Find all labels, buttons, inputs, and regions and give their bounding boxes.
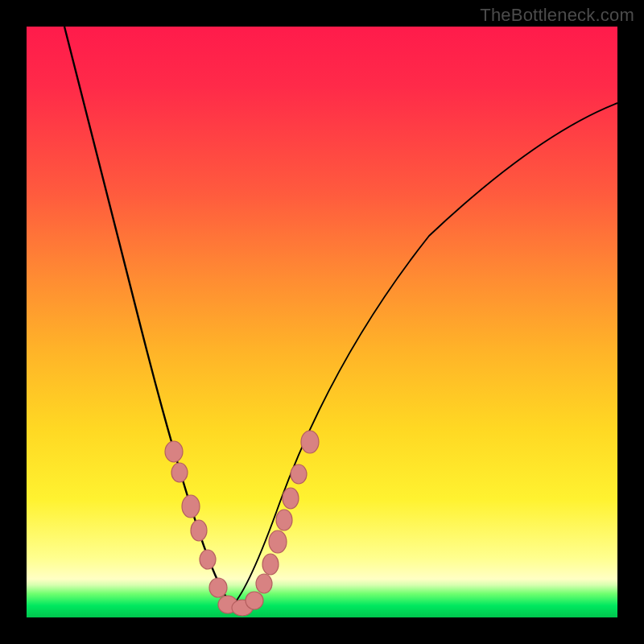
curve-left-branch: [64, 27, 232, 606]
bead-cluster: [165, 431, 319, 616]
curve-svg: [27, 27, 617, 617]
bead-point: [182, 495, 200, 518]
bead-point: [171, 463, 188, 482]
bead-point: [191, 520, 207, 541]
bead-point: [165, 441, 183, 462]
bead-point: [246, 592, 263, 609]
bead-point: [276, 510, 292, 530]
watermark-text: TheBottleneck.com: [480, 5, 634, 26]
plot-area: [27, 27, 617, 617]
bead-point: [262, 554, 279, 575]
bead-point: [269, 530, 287, 553]
bead-point: [256, 574, 272, 593]
bead-point: [200, 550, 216, 569]
bead-point: [301, 431, 319, 453]
chart-root: TheBottleneck.com: [0, 0, 644, 644]
bead-point: [209, 578, 227, 597]
bead-point: [283, 488, 299, 509]
bead-point: [291, 464, 307, 484]
curve-right-branch: [232, 103, 617, 606]
